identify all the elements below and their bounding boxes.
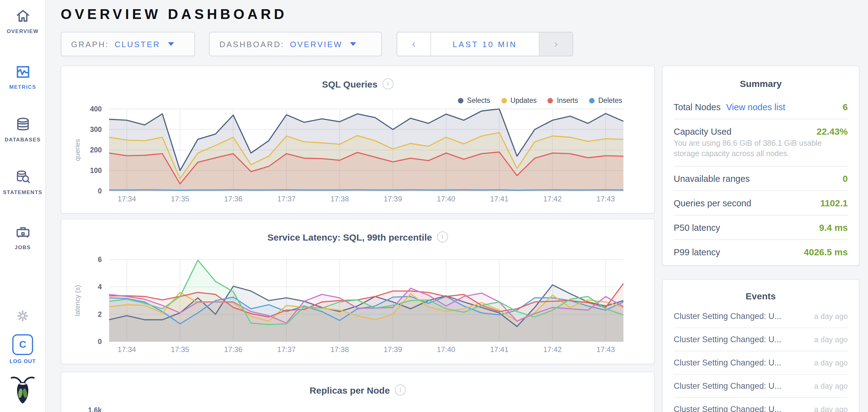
summary-row-total-nodes: Total Nodes View nodes list 6: [674, 95, 848, 119]
svg-text:17:37: 17:37: [277, 345, 296, 353]
event-row[interactable]: Cluster Setting Changed: U... a day ago: [674, 397, 848, 412]
info-icon[interactable]: i: [395, 384, 406, 396]
chart-title: SQL Queries: [322, 79, 377, 89]
total-nodes-value: 6: [843, 102, 848, 112]
svg-text:queries: queries: [73, 139, 81, 161]
graph-dropdown[interactable]: GRAPH: CLUSTER: [61, 32, 195, 56]
svg-text:17:36: 17:36: [224, 345, 242, 353]
sidebar-item-label: JOBS: [15, 244, 31, 250]
jobs-icon: [14, 224, 31, 241]
chevron-down-icon: [350, 42, 356, 46]
chevron-down-icon: [168, 42, 174, 46]
svg-text:17:34: 17:34: [118, 195, 136, 203]
p50-latency-value: 9.4 ms: [819, 222, 848, 232]
info-icon[interactable]: i: [437, 231, 448, 242]
sidebar-item-label: OVERVIEW: [7, 28, 39, 34]
page-title: OVERVIEW DASHBOARD: [61, 6, 287, 23]
view-nodes-list-link[interactable]: View nodes list: [726, 102, 785, 112]
chart-legend: Selects Updates Inserts Deletes: [458, 97, 622, 104]
summary-panel: Summary Total Nodes View nodes list 6 Ca…: [662, 66, 860, 266]
chart-title: Replicas per Node: [310, 385, 390, 395]
summary-title: Summary: [663, 78, 859, 89]
legend-dot: [548, 98, 553, 103]
logout-label: LOG OUT: [9, 358, 36, 364]
time-range-button[interactable]: LAST 10 MIN: [431, 32, 539, 56]
sidebar-item-settings[interactable]: [0, 309, 45, 323]
cockroach-logo[interactable]: [0, 375, 45, 404]
events-panel: Events Cluster Setting Changed: U... a d…: [662, 279, 860, 412]
events-title: Events: [663, 291, 859, 301]
svg-text:17:37: 17:37: [277, 195, 296, 203]
admin-ui-root: OVERVIEW METRICS DATABASES: [0, 0, 868, 412]
svg-text:17:43: 17:43: [596, 345, 615, 353]
summary-row-unavailable-ranges: Unavailable ranges 0: [674, 166, 848, 190]
metrics-icon: [14, 64, 31, 80]
event-row[interactable]: Cluster Setting Changed: U... a day ago: [674, 351, 848, 374]
time-next-button[interactable]: ›: [539, 32, 572, 56]
svg-text:0: 0: [98, 187, 102, 195]
event-row[interactable]: Cluster Setting Changed: U... a day ago: [674, 328, 848, 351]
info-icon[interactable]: i: [382, 78, 394, 90]
home-icon: [14, 8, 31, 25]
svg-text:17:42: 17:42: [544, 195, 562, 203]
svg-text:17:41: 17:41: [490, 345, 508, 353]
sidebar-item-label: STATEMENTS: [3, 189, 42, 195]
svg-text:17:34: 17:34: [118, 345, 136, 353]
gear-icon: [15, 309, 30, 323]
sidebar-item-databases[interactable]: DATABASES: [0, 116, 45, 143]
svg-text:17:38: 17:38: [331, 345, 349, 353]
sidebar-item-label: METRICS: [9, 84, 36, 90]
databases-icon: [14, 116, 31, 133]
legend-item-deletes[interactable]: Deletes: [589, 97, 622, 104]
svg-text:400: 400: [90, 105, 102, 113]
svg-text:17:36: 17:36: [224, 195, 242, 203]
summary-row-p99: P99 latency 4026.5 ms: [674, 239, 848, 264]
sidebar-item-statements[interactable]: STATEMENTS: [0, 169, 45, 195]
legend-item-inserts[interactable]: Inserts: [548, 97, 578, 104]
svg-text:1.6k: 1.6k: [88, 406, 102, 412]
sidebar-item-jobs[interactable]: JOBS: [0, 224, 45, 250]
svg-text:200: 200: [90, 146, 102, 154]
svg-text:17:40: 17:40: [437, 195, 455, 203]
sidebar-item-label: DATABASES: [5, 137, 41, 143]
dashboard-dropdown[interactable]: DASHBOARD: OVERVIEW: [209, 32, 382, 56]
svg-text:100: 100: [90, 167, 102, 174]
svg-text:17:42: 17:42: [544, 345, 562, 353]
sidebar-item-logout[interactable]: C LOG OUT: [0, 334, 45, 364]
graph-dropdown-value: CLUSTER: [115, 39, 160, 49]
qps-value: 1102.1: [820, 198, 848, 208]
legend-dot: [589, 98, 595, 103]
svg-text:300: 300: [90, 126, 102, 133]
service-latency-card: 024617:3417:3517:3617:3717:3817:3917:401…: [61, 218, 655, 364]
legend-dot: [501, 98, 507, 103]
svg-text:0: 0: [98, 338, 102, 346]
sidebar-nav: OVERVIEW METRICS DATABASES: [0, 0, 46, 412]
legend-item-updates[interactable]: Updates: [501, 97, 537, 104]
capacity-subtext: You are using 86.6 GiB of 386.1 GiB usab…: [674, 137, 848, 166]
svg-text:17:41: 17:41: [490, 195, 508, 203]
time-range-selector: ‹ LAST 10 MIN ›: [397, 32, 573, 56]
dashboard-dropdown-value: OVERVIEW: [290, 39, 343, 49]
svg-text:17:40: 17:40: [437, 345, 455, 353]
sidebar-item-overview[interactable]: OVERVIEW: [0, 8, 45, 34]
legend-dot: [458, 98, 463, 103]
chevron-left-icon: ‹: [412, 38, 415, 50]
cockroach-c-icon: C: [12, 334, 33, 355]
replicas-per-node-card: 1.6k Replicas per Node i: [61, 372, 655, 412]
chevron-right-icon: ›: [554, 38, 558, 50]
capacity-used-value: 22.43%: [816, 126, 848, 137]
legend-item-selects[interactable]: Selects: [458, 97, 490, 104]
graph-dropdown-label: GRAPH:: [71, 39, 109, 49]
summary-row-qps: Queries per second 1102.1: [674, 190, 848, 214]
time-prev-button[interactable]: ‹: [397, 32, 431, 56]
svg-text:17:39: 17:39: [384, 195, 402, 203]
sql-queries-card: 010020030040017:3417:3517:3617:3717:3817…: [61, 66, 655, 214]
summary-row-capacity: Capacity Used 22.43% You are using 86.6 …: [674, 119, 848, 166]
event-row[interactable]: Cluster Setting Changed: U... a day ago: [674, 374, 848, 397]
svg-text:latency (s): latency (s): [73, 285, 81, 316]
sidebar-item-metrics[interactable]: METRICS: [0, 64, 45, 90]
svg-text:2: 2: [98, 310, 102, 318]
event-row[interactable]: Cluster Setting Changed: U... a day ago: [674, 305, 848, 328]
p99-latency-value: 4026.5 ms: [804, 246, 848, 257]
svg-text:4: 4: [98, 283, 102, 291]
